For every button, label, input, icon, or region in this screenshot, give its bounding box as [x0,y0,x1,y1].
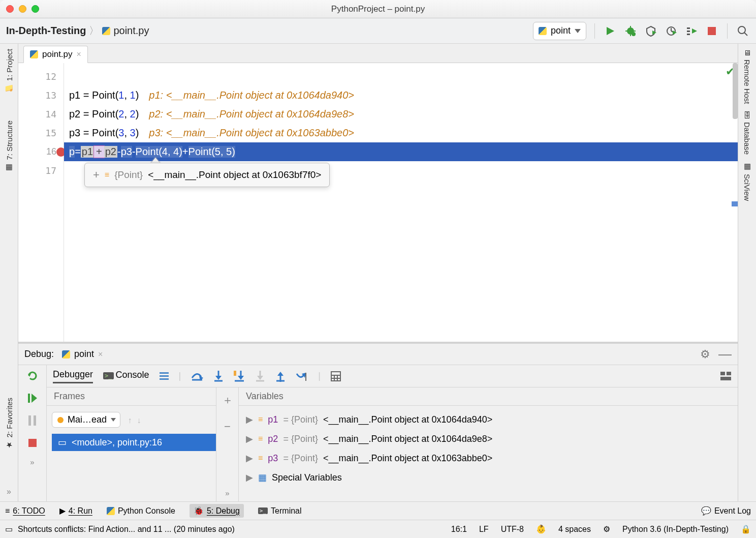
editor-tab-point-py[interactable]: point.py × [23,46,88,63]
add-watch-button[interactable]: ＋ [222,393,233,408]
expand-triangle-icon[interactable]: ▶ [246,472,253,483]
current-execution-line[interactable]: p = p1 + p2 - p3 - Point(4, 4) + Point(5… [64,142,738,161]
expand-icon[interactable]: » [7,487,11,496]
minimize-icon[interactable]: — [718,346,732,362]
tool-python-console[interactable]: Python Console [107,506,175,516]
breadcrumb-file[interactable]: point.py [102,25,149,37]
stop-button[interactable] [705,24,719,38]
debug-label: Debug: [24,349,54,360]
debug-session-tab[interactable]: point × [62,349,103,360]
line-number[interactable]: 16 [18,142,64,161]
step-out-button[interactable] [275,371,286,382]
status-bar: ▭ Shortcuts conflicts: Find Action... an… [0,520,756,538]
bottom-tool-buttons: ≡ 6: TODO ▶ 4: Run Python Console 🐞 5: D… [0,501,756,520]
tab-console[interactable]: >_Console [103,370,149,382]
python-icon [107,507,115,515]
breadcrumb-project[interactable]: In-Depth-Testing [6,25,86,37]
special-vars-icon: ▦ [258,472,267,483]
search-button[interactable] [736,24,750,38]
expand-icon[interactable]: » [225,489,229,497]
coverage-button[interactable] [644,24,658,38]
object-icon: ≡ [258,434,263,443]
code-area[interactable]: p1 = Point(1, 1)p1: <__main__.Point obje… [64,63,738,342]
close-tab-icon[interactable]: × [77,50,81,59]
tool-structure[interactable]: ▦7: Structure [5,121,14,172]
status-message: Shortcuts conflicts: Find Action... and … [18,525,235,534]
variable-row[interactable]: ▶≡p2 = {Point} <__main__.Point object at… [246,429,738,449]
tool-favorites[interactable]: ★2: Favorites [5,398,14,450]
tool-remote-host[interactable]: 🖥Remote Host [743,49,751,104]
variable-row[interactable]: ▶≡p3 = {Point} <__main__.Point object at… [246,449,738,468]
tool-terminal[interactable]: >_ Terminal [258,506,302,516]
profile-button[interactable] [664,24,678,38]
tooltip-type: {Point} [114,169,143,181]
threads-icon[interactable] [160,372,169,380]
tool-todo[interactable]: ≡ 6: TODO [5,506,45,516]
force-step-into-button[interactable] [255,371,265,382]
rerun-button[interactable] [25,368,40,383]
interpreter[interactable]: Python 3.6 (In-Depth-Testing) [622,525,729,534]
step-into-button[interactable] [213,371,224,382]
svg-rect-15 [708,27,716,35]
svg-rect-11 [687,27,690,29]
code-line[interactable]: p1 = Point(1, 1)p1: <__main__.Point obje… [69,86,738,105]
svg-marker-37 [277,372,284,376]
file-encoding[interactable]: UTF-8 [501,525,524,534]
stack-frame[interactable]: ▭ <module>, point.py:16 [52,434,216,451]
tool-database[interactable]: 🗄Database [743,111,751,155]
svg-rect-32 [234,371,236,376]
event-log-button[interactable]: 💬 Event Log [701,506,751,516]
settings-icon[interactable]: ⚙ [700,348,710,361]
close-window-button[interactable] [6,5,14,13]
frame-down-button[interactable]: ↓ [137,416,141,425]
remove-watch-button[interactable]: − [224,420,231,433]
memory-lock-icon[interactable]: 🔒 [741,524,751,534]
expand-triangle-icon[interactable]: ▶ [246,414,253,425]
line-ending[interactable]: LF [479,525,489,534]
quick-list-icon[interactable]: ▭ [5,524,13,534]
zoom-window-button[interactable] [32,5,39,13]
svg-marker-30 [238,376,244,380]
resume-button[interactable] [25,391,40,406]
indent-settings[interactable]: 4 spaces [558,525,591,534]
scrollbar-marker [732,201,738,206]
tab-debugger[interactable]: Debugger [53,369,93,383]
concurrent-button[interactable] [684,24,699,38]
code-editor[interactable]: ✔ 12 13 14 15 16 17 p1 = Point(1, 1)p1: … [18,63,738,342]
expand-triangle-icon[interactable]: ▶ [246,453,253,464]
debug-button[interactable] [623,24,638,38]
pause-button[interactable] [25,413,40,428]
tool-run[interactable]: ▶ 4: Run [59,506,92,516]
inspection-profile-icon[interactable]: 👶 [536,524,546,534]
minimize-window-button[interactable] [19,5,26,13]
variable-row[interactable]: ▶▦Special Variables [246,468,738,487]
thread-selector[interactable]: Mai…ead [52,412,120,428]
stop-debug-button[interactable] [25,435,40,451]
close-icon[interactable]: × [98,350,103,359]
layout-button[interactable] [720,372,732,381]
main-toolbar: In-Depth-Testing 〉 point.py point [0,18,756,44]
evaluate-button[interactable] [331,371,341,381]
frame-up-button[interactable]: ↑ [128,416,132,425]
git-branch-icon[interactable]: ⚙ [603,524,610,534]
divider [727,23,728,39]
run-config-selector[interactable]: point [533,22,586,40]
svg-point-5 [632,32,636,36]
tool-sciview[interactable]: ▦SciView [743,162,752,201]
step-over-button[interactable] [191,371,203,382]
scrollbar-thumb[interactable] [733,63,738,119]
step-into-mycode-button[interactable] [234,371,245,382]
more-icon[interactable]: » [30,458,34,466]
variable-row[interactable]: ▶≡p1 = {Point} <__main__.Point object at… [246,410,738,429]
run-button[interactable] [603,24,617,38]
variables-panel: Variables ▶≡p1 = {Point} <__main__.Point… [239,387,738,501]
run-to-cursor-button[interactable] [296,371,308,382]
code-line[interactable]: p2 = Point(2, 2)p2: <__main__.Point obje… [69,105,738,124]
caret-position[interactable]: 16:1 [451,525,467,534]
tool-project[interactable]: 📁1: Project [5,49,14,93]
code-line[interactable] [69,67,738,86]
expand-triangle-icon[interactable]: ▶ [246,433,253,444]
editor-scrollbar[interactable] [732,63,738,342]
code-line[interactable]: p3 = Point(3, 3)p3: <__main__.Point obje… [69,124,738,142]
tool-debug[interactable]: 🐞 5: Debug [190,504,244,518]
